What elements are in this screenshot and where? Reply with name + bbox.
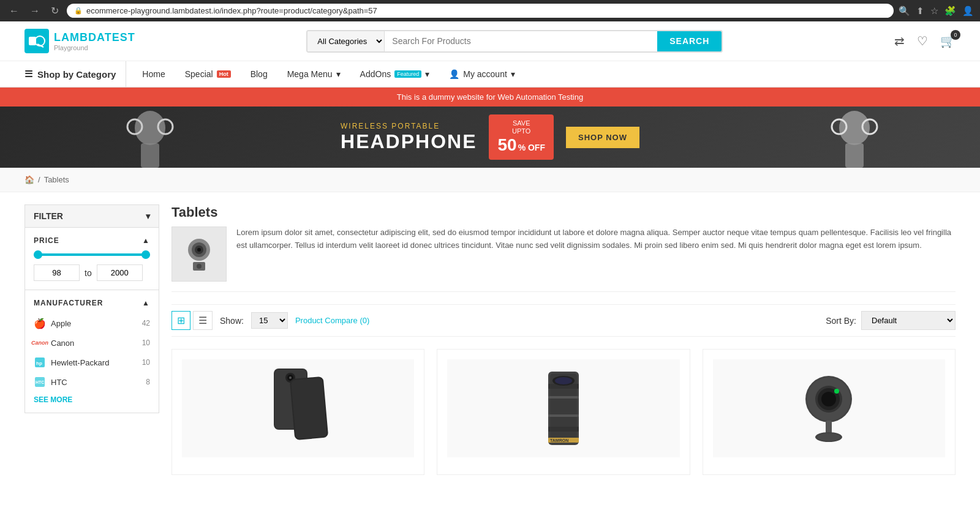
product-card-phone[interactable] [172, 349, 424, 475]
manufacturer-hp[interactable]: hp Hewlett-Packard 10 [34, 353, 150, 372]
search-category-select[interactable]: All Categories [307, 31, 385, 51]
manufacturer-section-header[interactable]: MANUFACTURER ▲ [34, 299, 150, 307]
share-icon[interactable]: ⬆ [916, 6, 924, 17]
home-icon: 🏠 [24, 175, 34, 184]
show-select[interactable]: 15 25 50 75 100 [251, 312, 288, 329]
hero-left-figure [123, 110, 178, 168]
svg-point-25 [289, 376, 292, 379]
nav-addons[interactable]: AddOns Featured ▾ [350, 62, 440, 86]
svg-point-42 [821, 392, 836, 406]
hamburger-icon: ☰ [24, 69, 32, 80]
shop-now-button[interactable]: SHOP NOW [566, 127, 639, 148]
product-compare-link[interactable]: Product Compare (0) [295, 316, 369, 325]
address-bar[interactable]: 🔒 ecommerce-playground.lambdatest.io/ind… [67, 4, 894, 18]
logo-icon [24, 29, 49, 53]
nav-my-account[interactable]: 👤 My account ▾ [439, 62, 525, 86]
site-nav: ☰ Shop by Category Home Special Hot Blog… [0, 61, 980, 88]
product-card-lens[interactable]: TAMRON [437, 349, 690, 475]
hero-text: WIRELESS PORTABLE HEADPHONE [341, 122, 477, 153]
svg-point-7 [839, 111, 870, 145]
reload-button[interactable]: ↻ [48, 4, 62, 18]
nav-blog[interactable]: Blog [241, 62, 277, 86]
browser-action-icons: 🔍 ⬆ ☆ 🧩 👤 [899, 6, 974, 17]
url-text: ecommerce-playground.lambdatest.io/index… [86, 6, 377, 15]
sort-area: Sort By: Default Name (A - Z) Name (Z - … [826, 311, 956, 330]
price-section-header[interactable]: PRICE ▲ [34, 236, 150, 245]
product-image-phone [182, 359, 414, 457]
announcement-text: This is a dummy website for Web Automati… [397, 92, 583, 102]
svg-text:hp: hp [36, 361, 42, 366]
price-to-label: to [85, 268, 92, 278]
grid-view-btn[interactable]: ⊞ [172, 311, 190, 330]
svg-point-46 [818, 433, 840, 441]
price-inputs: to [34, 264, 150, 281]
show-label: Show: [220, 316, 244, 326]
price-handle-max[interactable] [141, 250, 150, 259]
svg-point-35 [555, 377, 572, 384]
search-input[interactable] [385, 31, 657, 51]
manufacturer-apple[interactable]: 🍎 Apple 42 [34, 313, 150, 333]
svg-rect-4 [141, 143, 159, 168]
canon-count: 10 [142, 339, 150, 347]
sort-label: Sort By: [826, 316, 856, 326]
product-image-camera [713, 359, 945, 457]
breadcrumb: 🏠 / Tablets [0, 168, 980, 192]
search-button[interactable]: SEARCH [657, 31, 722, 51]
svg-rect-8 [845, 143, 864, 168]
camera-product-svg [795, 365, 862, 451]
extensions-icon[interactable]: 🧩 [944, 6, 956, 17]
price-min-input[interactable] [34, 264, 80, 281]
manufacturer-htc[interactable]: HTC HTC 8 [34, 372, 150, 392]
shop-by-category-label: Shop by Category [37, 69, 116, 80]
breadcrumb-home-link[interactable]: 🏠 [24, 175, 34, 184]
wishlist-icon-btn[interactable]: ♡ [917, 34, 928, 48]
site-header: LAMBDATEST Playground All Categories SEA… [0, 21, 980, 61]
search-browser-icon[interactable]: 🔍 [899, 6, 910, 17]
logo-area[interactable]: LAMBDATEST Playground [24, 29, 135, 53]
bookmark-icon[interactable]: ☆ [930, 6, 938, 17]
manufacturer-canon[interactable]: Canon Canon 10 [34, 333, 150, 353]
htc-count: 8 [146, 378, 150, 386]
svg-point-43 [834, 389, 839, 394]
nav-links: Home Special Hot Blog Mega Menu ▾ AddOns… [132, 62, 524, 86]
manufacturer-section: MANUFACTURER ▲ 🍎 Apple 42 Canon Canon 10 [24, 290, 159, 413]
nav-special[interactable]: Special Hot [175, 62, 241, 86]
price-range-track[interactable] [34, 253, 150, 256]
breadcrumb-separator: / [38, 175, 40, 184]
hero-main-title: HEADPHONE [341, 130, 477, 153]
nav-home[interactable]: Home [132, 62, 175, 86]
mega-menu-chevron: ▾ [336, 69, 341, 79]
profile-icon[interactable]: 👤 [962, 6, 974, 17]
logo-text: LAMBDATEST Playground [54, 31, 135, 51]
htc-name: HTC [51, 378, 67, 387]
lens-product-svg: TAMRON [533, 365, 594, 451]
svg-point-20 [197, 264, 202, 269]
main-layout: FILTER ▾ PRICE ▲ to [0, 192, 980, 498]
compare-icon-btn[interactable]: ⇄ [894, 34, 905, 48]
hero-right-figure [827, 110, 882, 168]
svg-rect-33 [548, 427, 579, 432]
nav-mega-menu[interactable]: Mega Menu ▾ [277, 62, 350, 86]
apple-logo: 🍎 [34, 317, 46, 329]
price-max-input[interactable] [97, 264, 143, 281]
apple-name: Apple [51, 319, 71, 328]
ssl-icon: 🔒 [74, 7, 83, 15]
price-handle-min[interactable] [34, 250, 42, 259]
shop-by-category[interactable]: ☰ Shop by Category [24, 61, 126, 87]
back-button[interactable]: ← [6, 4, 22, 18]
product-card-camera[interactable] [703, 349, 956, 475]
sort-select[interactable]: Default Name (A - Z) Name (Z - A) Price … [861, 311, 956, 330]
hero-sub-title: WIRELESS PORTABLE [341, 122, 477, 130]
list-view-btn[interactable]: ☰ [193, 311, 213, 330]
apple-count: 42 [142, 319, 150, 328]
account-icon: 👤 [449, 69, 459, 79]
filter-header[interactable]: FILTER ▾ [24, 204, 159, 228]
svg-point-18 [197, 248, 201, 252]
see-more-link[interactable]: SEE MORE [34, 395, 72, 404]
forward-button[interactable]: → [27, 4, 43, 18]
site-wrapper: LAMBDATEST Playground All Categories SEA… [0, 21, 980, 524]
view-buttons: ⊞ ☰ [172, 311, 213, 330]
cart-icon-btn[interactable]: 🛒 0 [940, 34, 956, 48]
price-filter-section: PRICE ▲ to [24, 228, 159, 290]
price-range-fill [34, 253, 150, 256]
